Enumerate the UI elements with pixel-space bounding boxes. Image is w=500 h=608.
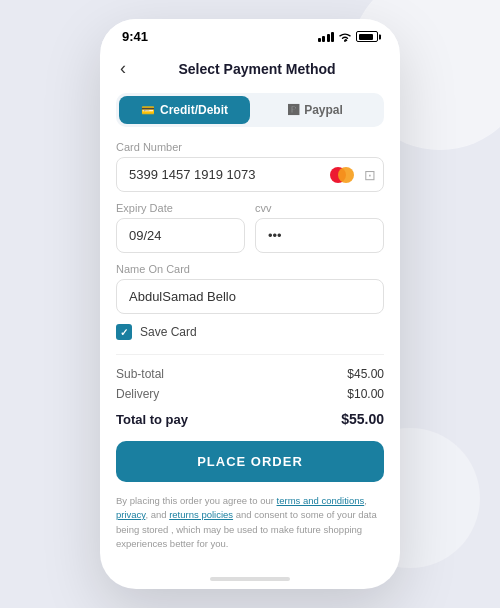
order-summary: Sub-total $45.00 Delivery $10.00 <box>116 367 384 401</box>
delivery-row: Delivery $10.00 <box>116 387 384 401</box>
privacy-link[interactable]: privacy <box>116 509 145 520</box>
page-header: ‹ Select Payment Method <box>100 48 400 93</box>
tab-credit-label: Credit/Debit <box>160 103 228 117</box>
phone-frame: 9:41 ‹ Select Payment Method 💳 <box>100 19 400 589</box>
card-icon: 💳 <box>141 104 155 117</box>
subtotal-label: Sub-total <box>116 367 164 381</box>
place-order-button[interactable]: PLACE ORDER <box>116 441 384 482</box>
name-group: Name On Card <box>116 263 384 314</box>
page-title: Select Payment Method <box>130 61 384 77</box>
wifi-icon <box>338 32 352 42</box>
save-card-label: Save Card <box>140 325 197 339</box>
expiry-label: Expiry Date <box>116 202 245 214</box>
scan-icon[interactable]: ⊡ <box>364 167 376 183</box>
card-number-group: Card Number ⊡ <box>116 141 384 192</box>
total-label: Total to pay <box>116 412 188 427</box>
name-input[interactable] <box>116 279 384 314</box>
status-time: 9:41 <box>122 29 148 44</box>
back-button[interactable]: ‹ <box>116 54 130 83</box>
cvv-input[interactable] <box>255 218 384 253</box>
save-card-row: ✓ Save Card <box>116 324 384 340</box>
status-icons <box>318 31 379 42</box>
subtotal-row: Sub-total $45.00 <box>116 367 384 381</box>
cvv-label: cvv <box>255 202 384 214</box>
card-number-label: Card Number <box>116 141 384 153</box>
expiry-input[interactable] <box>116 218 245 253</box>
terms-text: By placing this order you agree to our t… <box>116 494 384 551</box>
cvv-group: cvv <box>255 202 384 253</box>
terms-conditions-link[interactable]: terms and conditions <box>277 495 365 506</box>
delivery-value: $10.00 <box>347 387 384 401</box>
check-icon: ✓ <box>120 327 128 338</box>
terms-comma: , <box>364 495 367 506</box>
tab-paypal-label: Paypal <box>304 103 343 117</box>
terms-and: , and <box>145 509 169 520</box>
svg-point-0 <box>344 40 346 42</box>
save-card-checkbox[interactable]: ✓ <box>116 324 132 340</box>
home-bar <box>210 577 290 581</box>
subtotal-value: $45.00 <box>347 367 384 381</box>
payment-tabs: 💳 Credit/Debit 🅿 Paypal <box>116 93 384 127</box>
terms-prefix: By placing this order you agree to our <box>116 495 277 506</box>
tab-paypal[interactable]: 🅿 Paypal <box>250 96 381 124</box>
status-bar: 9:41 <box>100 19 400 48</box>
delivery-label: Delivery <box>116 387 159 401</box>
mastercard-icon <box>330 167 354 183</box>
total-value: $55.00 <box>341 411 384 427</box>
home-indicator <box>100 569 400 589</box>
divider <box>116 354 384 355</box>
expiry-group: Expiry Date <box>116 202 245 253</box>
paypal-icon: 🅿 <box>288 104 299 116</box>
total-row: Total to pay $55.00 <box>116 411 384 427</box>
expiry-cvv-row: Expiry Date cvv <box>116 202 384 263</box>
tab-credit-debit[interactable]: 💳 Credit/Debit <box>119 96 250 124</box>
signal-icon <box>318 32 335 42</box>
content-area: 💳 Credit/Debit 🅿 Paypal Card Number ⊡ <box>100 93 400 569</box>
battery-icon <box>356 31 378 42</box>
returns-link[interactable]: returns policies <box>169 509 233 520</box>
name-label: Name On Card <box>116 263 384 275</box>
